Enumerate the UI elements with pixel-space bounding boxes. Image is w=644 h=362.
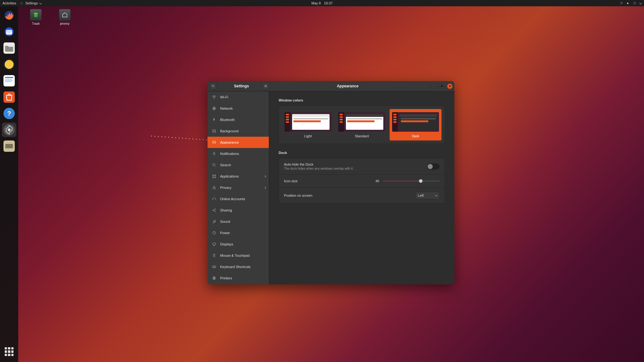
chevron-right-icon	[264, 175, 266, 177]
settings-sidebar[interactable]: Wi-Fi Network Bluetooth Background Appea…	[208, 91, 269, 284]
sidebar-item-keyboard[interactable]: Keyboard Shortcuts	[208, 261, 269, 272]
sidebar-item-privacy[interactable]: Privacy	[208, 182, 269, 193]
activities-button[interactable]: Activities	[3, 1, 16, 5]
sidebar-item-label: Notifications	[220, 152, 239, 156]
svg-point-13	[213, 163, 215, 166]
sidebar-item-online[interactable]: Online Accounts	[208, 193, 269, 205]
settings-window: Settings Appearance Wi-Fi Network Blueto…	[208, 81, 454, 284]
network-icon	[620, 2, 623, 5]
desktop-icon-trash[interactable]: Trash	[26, 9, 46, 25]
sidebar-item-search[interactable]: Search	[208, 159, 269, 171]
svg-point-6	[212, 85, 214, 87]
sidebar-item-displays[interactable]: Displays	[208, 239, 269, 250]
dock-app-thunderbird[interactable]	[2, 25, 16, 39]
files-icon	[3, 42, 15, 54]
position-label: Position on screen	[284, 194, 313, 197]
sidebar-item-label: Printers	[220, 276, 232, 280]
position-select[interactable]: Left	[415, 192, 440, 199]
svg-point-21	[215, 211, 215, 211]
dock-app-rhythmbox[interactable]	[2, 57, 16, 72]
header-search-button[interactable]	[209, 82, 217, 90]
close-icon	[449, 85, 451, 87]
dock-app-settings[interactable]	[2, 123, 16, 137]
svg-rect-29	[214, 277, 215, 277]
dock-app-firefox[interactable]	[2, 8, 16, 23]
shopping-bag-icon	[3, 91, 15, 103]
sidebar-item-label: Appearance	[220, 140, 239, 144]
svg-rect-27	[213, 266, 216, 268]
window-header: Settings Appearance	[208, 81, 454, 91]
sidebar-item-applications[interactable]: Applications	[208, 171, 269, 182]
svg-rect-17	[215, 177, 216, 178]
system-status-area[interactable]	[620, 2, 641, 5]
display-icon	[212, 242, 216, 246]
sidebar-item-label: Power	[220, 231, 230, 235]
svg-rect-11	[213, 141, 215, 143]
drive-icon	[3, 140, 15, 152]
chevron-down-icon	[39, 2, 42, 4]
dock-app-libreoffice-writer[interactable]	[2, 74, 16, 88]
help-icon: ?	[3, 108, 15, 119]
firefox-icon	[4, 10, 14, 21]
window-close-button[interactable]	[447, 84, 452, 89]
svg-rect-7	[441, 85, 442, 87]
dock-app-files[interactable]	[2, 41, 16, 55]
sidebar-item-network[interactable]: Network	[208, 103, 269, 114]
sidebar-item-label: Background	[220, 129, 239, 133]
sidebar-item-notifications[interactable]: Notifications	[208, 148, 269, 159]
theme-option-light[interactable]: Light	[282, 109, 334, 140]
volume-icon	[626, 2, 630, 5]
minimize-icon	[432, 85, 435, 87]
bt-icon	[212, 118, 216, 122]
window-maximize-button[interactable]	[439, 84, 444, 89]
iconsize-slider[interactable]	[383, 179, 440, 183]
dock-app-software[interactable]	[2, 90, 16, 104]
iconsize-value: 48	[372, 179, 379, 183]
dock-app-disk[interactable]	[2, 139, 16, 153]
header-menu-button[interactable]	[262, 82, 269, 90]
chevron-right-icon	[264, 186, 266, 189]
sidebar-item-sharing[interactable]: Sharing	[208, 205, 269, 216]
autohide-toggle[interactable]	[427, 163, 440, 170]
sidebar-item-label: Wi-Fi	[220, 95, 228, 99]
svg-point-19	[213, 210, 213, 211]
sidebar-item-sound[interactable]: Sound	[208, 216, 269, 227]
sidebar-item-appearance[interactable]: Appearance	[208, 137, 269, 148]
clock[interactable]: May 8 10:37	[311, 1, 333, 5]
chevron-down-icon	[639, 2, 642, 4]
sidebar-item-label: Keyboard Shortcuts	[220, 265, 251, 269]
desktop-icon-home[interactable]: jeremy	[55, 9, 75, 25]
sidebar-item-label: Mouse & Touchpad	[220, 254, 250, 257]
sidebar-item-label: Online Accounts	[220, 197, 245, 201]
sidebar-item-printers[interactable]: Printers	[208, 272, 269, 284]
app-menu-label: Settings	[25, 1, 38, 5]
theme-option-standard[interactable]: Standard	[336, 109, 388, 140]
settings-icon	[20, 2, 23, 5]
wifi-icon	[212, 95, 216, 99]
home-icon	[61, 11, 68, 18]
power-icon	[212, 231, 216, 235]
sidebar-item-label: Displays	[220, 242, 233, 246]
sidebar-item-power[interactable]: Power	[208, 227, 269, 239]
appear-icon	[212, 140, 216, 145]
desktop-icon-label: jeremy	[60, 22, 69, 25]
svg-rect-25	[213, 243, 215, 245]
window-minimize-button[interactable]	[431, 84, 436, 89]
sidebar-item-background[interactable]: Background	[208, 125, 269, 137]
dock-show-applications[interactable]	[2, 344, 16, 359]
app-menu[interactable]: Settings	[20, 1, 42, 5]
svg-point-0	[21, 3, 22, 4]
sidebar-item-bluetooth[interactable]: Bluetooth	[208, 114, 269, 125]
dock: ?	[0, 6, 18, 362]
dock-app-help[interactable]: ?	[2, 106, 16, 121]
time-label: 10:37	[324, 1, 333, 5]
svg-point-20	[215, 209, 215, 209]
theme-option-dark[interactable]: Dark	[390, 109, 441, 140]
autohide-sublabel: The dock hides when any windows overlap …	[284, 167, 353, 170]
lock-icon	[212, 185, 216, 190]
sidebar-item-label: Network	[220, 107, 233, 110]
share-icon	[212, 208, 216, 212]
sidebar-item-mouse[interactable]: Mouse & Touchpad	[208, 250, 269, 261]
note-icon	[212, 219, 216, 224]
sidebar-item-wifi[interactable]: Wi-Fi	[208, 91, 269, 103]
